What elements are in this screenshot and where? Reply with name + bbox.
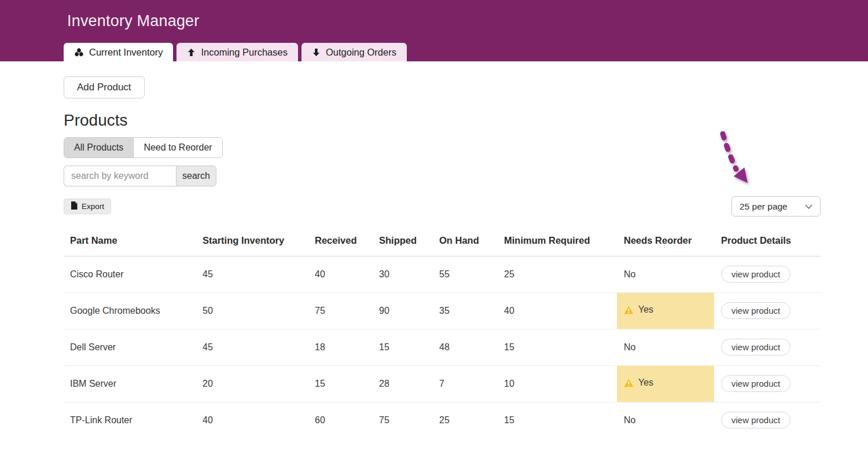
tab-label: Current Inventory — [89, 47, 163, 58]
cell-product-details: view product — [714, 402, 821, 438]
app-title: Inventory Manager — [67, 12, 200, 30]
col-shipped: Shipped — [372, 226, 432, 256]
cell-minimum-required: 15 — [497, 402, 617, 438]
cell-starting-inventory: 50 — [196, 292, 308, 329]
cell-product-details: view product — [714, 329, 821, 365]
cell-starting-inventory: 40 — [196, 402, 308, 438]
cell-part-name: Dell Server — [64, 329, 196, 365]
cell-shipped: 75 — [372, 402, 432, 438]
cell-shipped: 15 — [372, 329, 432, 365]
cell-part-name: Google Chromebooks — [64, 292, 196, 329]
table-body: Cisco Router4540305525Noview productGoog… — [64, 256, 821, 438]
tab-outgoing-orders[interactable]: Outgoing Orders — [301, 43, 407, 61]
view-product-button[interactable]: view product — [721, 266, 790, 283]
cell-minimum-required: 10 — [497, 365, 617, 402]
col-minimum-required: Minimum Required — [497, 226, 617, 256]
col-part-name: Part Name — [64, 226, 196, 256]
product-filter-group: All Products Need to Reorder — [64, 137, 223, 158]
cell-received: 40 — [308, 256, 372, 292]
table-row: IBM Server201528710Yesview product — [64, 365, 821, 402]
cell-on-hand: 55 — [432, 256, 497, 292]
cell-shipped: 30 — [372, 256, 432, 292]
export-button[interactable]: Export — [64, 199, 111, 214]
cell-needs-reorder: Yes — [617, 365, 714, 402]
search-input[interactable] — [64, 166, 176, 186]
search-button[interactable]: search — [176, 166, 216, 186]
cell-starting-inventory: 20 — [196, 365, 308, 402]
per-page-value: 25 per page — [740, 201, 788, 212]
cell-needs-reorder: No — [617, 329, 714, 365]
cell-shipped: 90 — [372, 292, 432, 329]
tab-label: Outgoing Orders — [326, 47, 396, 58]
utility-row: Export 25 per page — [64, 196, 821, 217]
view-product-button[interactable]: view product — [721, 339, 790, 355]
chevron-down-icon — [805, 201, 812, 212]
table-header: Part Name Starting Inventory Received Sh… — [64, 226, 821, 256]
view-product-button[interactable]: view product — [721, 412, 790, 428]
cell-received: 18 — [308, 329, 372, 365]
tab-incoming-purchases[interactable]: Incoming Purchases — [176, 43, 298, 61]
needs-reorder-badge: Yes — [624, 305, 653, 315]
app-header: Inventory Manager Current Inventory Inco… — [0, 0, 868, 61]
col-product-details: Product Details — [714, 226, 821, 256]
col-on-hand: On Hand — [432, 226, 497, 256]
arrow-up-icon — [187, 48, 196, 57]
table-row: Dell Server4518154815Noview product — [64, 329, 821, 365]
table-row: TP-Link Router4060752515Noview product — [64, 402, 821, 438]
cell-shipped: 28 — [372, 365, 432, 402]
cell-minimum-required: 25 — [497, 256, 617, 292]
tab-current-inventory[interactable]: Current Inventory — [64, 43, 173, 61]
tab-bar: Current Inventory Incoming Purchases Out… — [64, 43, 407, 61]
col-needs-reorder: Needs Reorder — [617, 226, 714, 256]
file-icon — [71, 201, 78, 211]
filter-need-to-reorder[interactable]: Need to Reorder — [133, 138, 222, 157]
page-title: Products — [64, 111, 868, 130]
cell-needs-reorder: Yes — [617, 292, 714, 329]
inventory-table: Part Name Starting Inventory Received Sh… — [64, 226, 821, 438]
table-row: Cisco Router4540305525Noview product — [64, 256, 821, 292]
warning-icon — [624, 306, 634, 314]
cell-starting-inventory: 45 — [196, 329, 308, 365]
cell-received: 60 — [308, 402, 372, 438]
needs-reorder-value: Yes — [638, 377, 653, 388]
cell-on-hand: 48 — [432, 329, 497, 365]
cell-on-hand: 7 — [432, 365, 497, 402]
col-received: Received — [308, 226, 372, 256]
cell-part-name: Cisco Router — [64, 256, 196, 292]
add-product-button[interactable]: Add Product — [64, 76, 145, 98]
arrow-down-icon — [312, 48, 321, 57]
cell-on-hand: 35 — [432, 292, 497, 329]
cubes-icon — [74, 47, 84, 57]
cell-minimum-required: 15 — [497, 329, 617, 365]
cell-part-name: IBM Server — [64, 365, 196, 402]
view-product-button[interactable]: view product — [721, 375, 790, 392]
tab-label: Incoming Purchases — [201, 47, 288, 58]
filter-all-products[interactable]: All Products — [64, 138, 133, 157]
cell-starting-inventory: 45 — [196, 256, 308, 292]
cell-received: 75 — [308, 292, 372, 329]
cell-received: 15 — [308, 365, 372, 402]
cell-needs-reorder: No — [617, 256, 714, 292]
cell-product-details: view product — [714, 256, 821, 292]
col-starting-inventory: Starting Inventory — [196, 226, 308, 256]
cell-needs-reorder: No — [617, 402, 714, 438]
cell-minimum-required: 40 — [497, 292, 617, 329]
main-content: Add Product Products All Products Need t… — [0, 61, 868, 438]
cell-on-hand: 25 — [432, 402, 497, 438]
table-row: Google Chromebooks5075903540Yesview prod… — [64, 292, 821, 329]
view-product-button[interactable]: view product — [721, 302, 790, 319]
needs-reorder-value: Yes — [638, 305, 653, 315]
warning-icon — [624, 379, 634, 387]
needs-reorder-badge: Yes — [624, 377, 653, 388]
export-label: Export — [82, 202, 104, 211]
cell-part-name: TP-Link Router — [64, 402, 196, 438]
cell-product-details: view product — [714, 292, 821, 329]
search-group: search — [64, 166, 216, 186]
per-page-select[interactable]: 25 per page — [731, 196, 821, 217]
cell-product-details: view product — [714, 365, 821, 402]
